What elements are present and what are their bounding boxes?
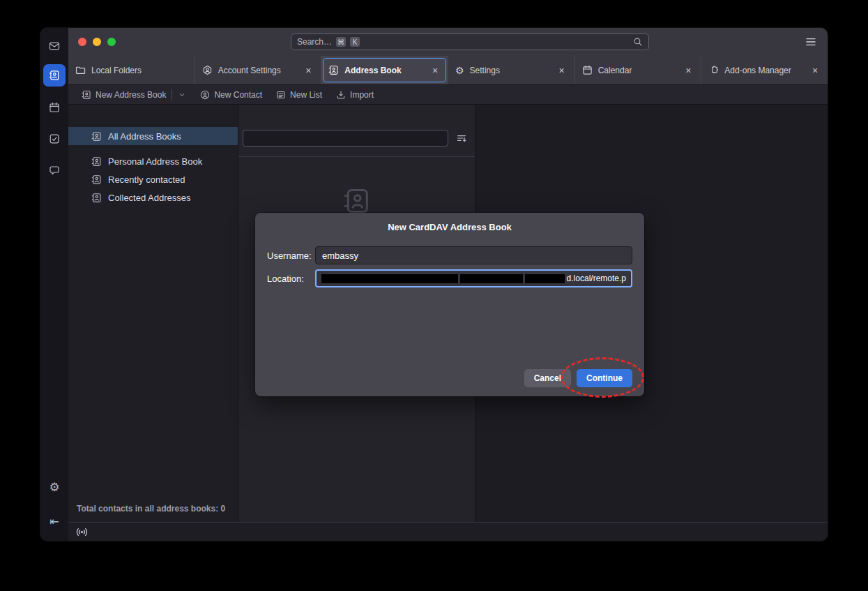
tab-label: Local Folders [91, 66, 142, 75]
redaction-bar [321, 274, 458, 283]
tab-label: Add-ons Manager [724, 66, 791, 75]
app-menu-icon[interactable] [805, 36, 816, 47]
tab-label: Address Book [344, 66, 401, 75]
address-book-icon [91, 131, 102, 142]
address-book-item-recent[interactable]: Recently contacted [68, 170, 238, 188]
location-row: Location: d.local/remote.p [267, 269, 632, 287]
username-row: Username: [267, 246, 632, 264]
account-settings-icon [202, 65, 213, 75]
close-tab-icon[interactable]: × [556, 65, 568, 76]
space-chat-button[interactable] [45, 160, 64, 180]
gear-icon: ⚙ [49, 481, 59, 493]
contacts-search-input[interactable] [243, 130, 448, 147]
tasks-icon [49, 133, 60, 144]
address-book-item-label: Recently contacted [108, 174, 185, 185]
screen-background: ⚙ ⇤ Search… ⌘ K [0, 0, 868, 591]
space-tasks-button[interactable] [45, 129, 64, 149]
tab-account-settings[interactable]: Account Settings × [195, 56, 322, 84]
address-book-icon [91, 156, 102, 167]
address-book-item-personal[interactable]: Personal Address Book [68, 152, 238, 170]
empty-address-book-icon [343, 187, 371, 215]
tab-label: Account Settings [218, 66, 281, 75]
address-book-icon [91, 174, 102, 185]
continue-button[interactable]: Continue [577, 369, 632, 387]
import-button[interactable]: Import [331, 88, 379, 102]
address-book-item-all[interactable]: All Address Books [68, 127, 238, 145]
import-icon [336, 90, 346, 100]
dialog-title: New CardDAV Address Book [255, 222, 644, 232]
space-address-book-button[interactable] [43, 64, 66, 87]
network-status-icon[interactable] [76, 526, 88, 538]
new-address-book-label: New Address Book [96, 90, 166, 100]
address-book-item-label: All Address Books [108, 131, 181, 142]
global-search-field[interactable]: Search… ⌘ K [291, 33, 649, 50]
calendar-icon [582, 65, 593, 75]
address-book-list-pane: All Address Books Personal Address Book … [68, 105, 238, 522]
collapse-icon: ⇤ [50, 516, 59, 528]
address-book-toolbar: New Address Book New Contact New List Im… [68, 85, 828, 105]
new-contact-button[interactable]: New Contact [195, 88, 267, 102]
total-contacts-status: Total contacts in all address books: 0 [68, 497, 238, 522]
address-book-icon [49, 70, 60, 81]
mail-icon [49, 40, 60, 52]
new-contact-label: New Contact [214, 90, 262, 100]
search-placeholder: Search… [297, 37, 332, 47]
zoom-window-button[interactable] [107, 38, 116, 46]
display-options-icon [456, 133, 467, 144]
gear-icon: ⚙ [455, 65, 464, 76]
address-book-item-collected[interactable]: Collected Addresses [68, 188, 238, 207]
close-tab-icon[interactable]: × [809, 65, 821, 76]
space-calendar-button[interactable] [45, 98, 64, 117]
chevron-down-icon[interactable] [178, 91, 186, 99]
cancel-button[interactable]: Cancel [524, 369, 571, 387]
tab-addons-manager[interactable]: Add-ons Manager × [701, 56, 828, 84]
new-list-button[interactable]: New List [271, 88, 327, 102]
k-keycap: K [350, 37, 360, 47]
username-input[interactable] [315, 246, 632, 264]
address-book-icon [91, 193, 102, 203]
close-tab-icon[interactable]: × [429, 65, 441, 76]
username-label: Username: [267, 250, 315, 261]
close-window-button[interactable] [78, 38, 86, 46]
status-bar [68, 522, 828, 541]
split-button-divider [172, 89, 172, 100]
search-icon [633, 37, 643, 47]
dialog-buttons: Cancel Continue [524, 369, 632, 387]
redaction-bar [460, 274, 523, 283]
tab-settings[interactable]: ⚙ Settings × [448, 56, 575, 84]
list-spacer [68, 145, 238, 152]
new-list-label: New List [290, 90, 322, 100]
folder-icon [75, 65, 86, 75]
location-input[interactable]: d.local/remote.p [315, 269, 632, 287]
tab-label: Settings [470, 66, 500, 75]
address-book-item-label: Collected Addresses [108, 193, 191, 203]
tab-calendar[interactable]: Calendar × [575, 56, 702, 84]
chat-icon [49, 165, 60, 176]
contacts-search-row [243, 130, 469, 147]
collapse-spaces-button[interactable]: ⇤ [45, 512, 64, 532]
spaces-settings-button[interactable]: ⚙ [45, 477, 64, 497]
location-label: Location: [267, 274, 315, 284]
addons-icon [708, 65, 719, 75]
space-mail-button[interactable] [45, 36, 64, 56]
tab-local-folders[interactable]: Local Folders [68, 56, 195, 84]
tab-address-book[interactable]: Address Book × [321, 56, 448, 84]
tab-bar: Local Folders Account Settings × Address… [68, 56, 828, 85]
redaction-bar [525, 274, 565, 283]
new-contact-icon [200, 90, 210, 100]
tab-label: Calendar [598, 66, 632, 75]
new-carddav-dialog: New CardDAV Address Book Username: Locat… [255, 213, 644, 396]
address-book-item-label: Personal Address Book [108, 156, 202, 167]
command-keycap: ⌘ [336, 37, 346, 47]
new-address-book-button[interactable]: New Address Book [77, 87, 191, 103]
pane-separator [238, 156, 475, 157]
close-tab-icon[interactable]: × [683, 65, 694, 76]
minimize-window-button[interactable] [93, 38, 101, 46]
close-tab-icon[interactable]: × [303, 65, 314, 76]
display-options-button[interactable] [454, 130, 469, 146]
address-book-icon [328, 65, 339, 75]
window-controls [78, 38, 116, 46]
thunderbird-window: ⚙ ⇤ Search… ⌘ K [40, 28, 828, 541]
address-book-icon [82, 90, 91, 100]
location-visible-text: d.local/remote.p [567, 274, 626, 283]
